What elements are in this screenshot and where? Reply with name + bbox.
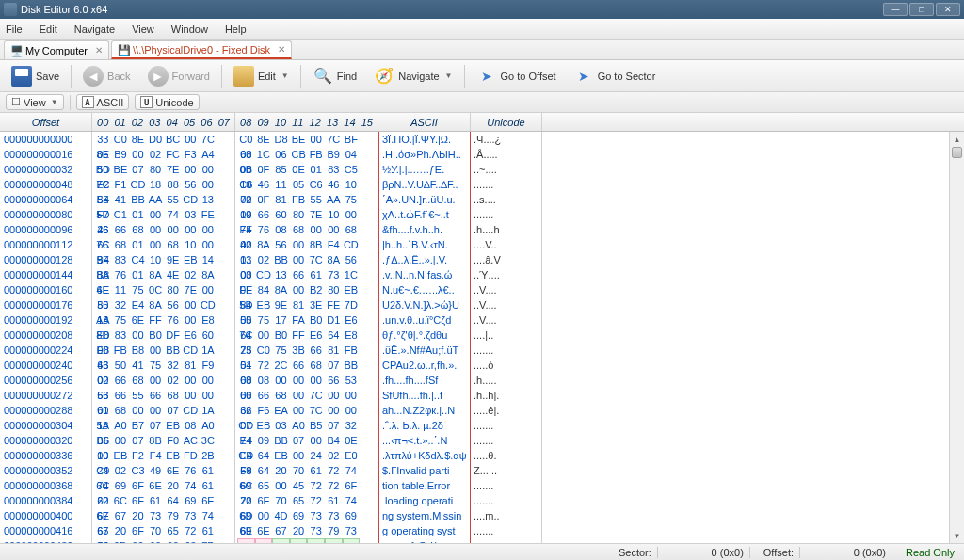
- bytes-8-15[interactable]: 0F848A00B280EB84: [235, 282, 378, 297]
- hex-body[interactable]: 00000000000033C08ED0BC007C8EC08ED8BE007C…: [0, 132, 964, 543]
- header-offset[interactable]: Offset: [0, 113, 92, 131]
- bytes-8-15[interactable]: 206F706572617469: [235, 493, 378, 508]
- header-ascii[interactable]: ASCII: [378, 113, 471, 131]
- hex-row[interactable]: 0000000001127C680100681000B4428A56008BF4…: [0, 237, 964, 252]
- bytes-0-7[interactable]: 8A76018A4E028A6E: [92, 267, 235, 282]
- hex-row[interactable]: 0000000002560066680002000066680800000066…: [0, 373, 964, 388]
- bytes-0-7[interactable]: 7C680100681000B4: [92, 237, 235, 252]
- bytes-8-15[interactable]: 7409BB0700B40ECD: [235, 433, 378, 448]
- bytes-0-7[interactable]: 6168000007CD1A5A: [92, 403, 235, 418]
- bytes-0-7[interactable]: 33C08ED0BC007C8E: [92, 132, 235, 147]
- menu-view[interactable]: View: [132, 24, 154, 35]
- hex-row[interactable]: 000000000080F7C101007403FE46106660807E10…: [0, 207, 964, 222]
- bytes-8-15[interactable]: 681C06CBFBB90400: [235, 147, 378, 162]
- bytes-8-15[interactable]: 6C65004572726F72: [235, 478, 378, 493]
- bytes-8-15[interactable]: 006668007C000066: [235, 388, 378, 403]
- menu-navigate[interactable]: Navigate: [74, 24, 115, 35]
- bytes-0-7[interactable]: B441BBAA55CD135D: [92, 192, 235, 207]
- hex-row[interactable]: 0000000001765532E48A5600CD135DEB9E813EFE…: [0, 297, 964, 312]
- navigate-button[interactable]: Navigate ▼: [368, 63, 458, 89]
- view-button[interactable]: ☐ View ▼: [6, 94, 64, 110]
- hex-row[interactable]: 00000000022400FBB800BBCD1A6623C0753B6681…: [0, 343, 964, 358]
- bytes-0-7[interactable]: 5366556668000000: [92, 388, 235, 403]
- save-button[interactable]: Save: [6, 63, 65, 89]
- hex-row[interactable]: 0000000002886168000007CD1A5A32F6EA007C00…: [0, 403, 964, 418]
- bytes-8-15[interactable]: 5DEB9E813EFE7D55: [235, 297, 378, 312]
- bytes-8-15[interactable]: C08ED8BE007CBF00: [235, 132, 378, 147]
- hex-row[interactable]: 000000000032BDBE07807E00007C0B0F850E0183…: [0, 162, 964, 177]
- bytes-0-7[interactable]: 06B90002FCF3A450: [92, 147, 235, 162]
- bytes-8-15[interactable]: 0B0F850E0183C510: [235, 162, 378, 177]
- hex-row[interactable]: 000000000240435041753281F90201722C666807…: [0, 358, 964, 373]
- bytes-0-7[interactable]: E88300B0DFE660E8: [92, 328, 235, 343]
- bytes-0-7[interactable]: 656D000000637B9A: [92, 538, 235, 543]
- tab-close-icon[interactable]: ✕: [278, 44, 285, 55]
- hex-row[interactable]: 000000000064B441BBAA55CD135D720F81FB55AA…: [0, 192, 964, 207]
- bytes-0-7[interactable]: AA756EFF7600E88D: [92, 312, 235, 328]
- hex-row[interactable]: 00000000041667206F7065726174696E67207379…: [0, 523, 964, 538]
- scroll-down-icon[interactable]: ▼: [950, 528, 964, 543]
- scroll-thumb[interactable]: [952, 147, 962, 158]
- bytes-8-15[interactable]: 32F6EA007C0000CD: [235, 403, 378, 418]
- bytes-0-7[interactable]: 2402C3496E76616C: [92, 463, 235, 478]
- bytes-8-15[interactable]: 07EB03A0B50732E4: [235, 418, 378, 433]
- hex-row[interactable]: 00000000033610EBF2F4EBFD2BC9E464EB002402…: [0, 448, 964, 463]
- edit-button[interactable]: Edit ▼: [228, 63, 295, 89]
- menu-edit[interactable]: Edit: [40, 24, 57, 35]
- bytes-8-15[interactable]: 696E672073797374: [235, 523, 378, 538]
- back-button[interactable]: ◄ Back: [77, 63, 136, 89]
- hex-row[interactable]: 000000000384206C6F6164696E67206F70657261…: [0, 493, 964, 508]
- bytes-8-15[interactable]: FF76086800006800: [235, 222, 378, 237]
- bytes-0-7[interactable]: 10EBF2F4EBFD2BC9: [92, 448, 235, 463]
- forward-button[interactable]: ► Forward: [142, 63, 216, 89]
- bytes-0-7[interactable]: 5532E48A5600CD13: [92, 297, 235, 312]
- hex-row[interactable]: 00000000036874696F6E207461626C6500457272…: [0, 478, 964, 493]
- scroll-up-icon[interactable]: ▲: [950, 132, 964, 147]
- menu-window[interactable]: Window: [171, 24, 208, 35]
- go-to-sector-button[interactable]: ➤ Go to Sector: [568, 63, 662, 89]
- bytes-0-7[interactable]: 67206F7065726174: [92, 523, 235, 538]
- scrollbar[interactable]: ▲ ▼: [949, 132, 964, 543]
- unicode-button[interactable]: U Unicode: [135, 94, 199, 110]
- bytes-8-15[interactable]: 4000492800000020: [235, 538, 378, 543]
- bytes-8-15[interactable]: C6461105C6461000: [235, 177, 378, 192]
- bytes-8-15[interactable]: E464EB002402E0F8: [235, 448, 378, 463]
- hex-row[interactable]: 00000000030418A0B707EB08A0B607EB03A0B507…: [0, 418, 964, 433]
- bytes-8-15[interactable]: 7C00B0FFE664E875: [235, 328, 378, 343]
- bytes-0-7[interactable]: F7C101007403FE46: [92, 207, 235, 222]
- bytes-0-7[interactable]: 4E11750C807E0080: [92, 282, 235, 297]
- hex-row[interactable]: 0000000003200500078BF0AC3C007409BB0700B4…: [0, 433, 964, 448]
- close-button[interactable]: ✕: [936, 3, 960, 16]
- hex-row[interactable]: 0000000000962666680000000066FF7608680000…: [0, 222, 964, 237]
- bytes-0-7[interactable]: E2F1CD1888560055: [92, 177, 235, 192]
- tab-physical-drive[interactable]: 💾 \\.\PhysicalDrive0 - Fixed Disk ✕: [111, 40, 292, 59]
- hex-row[interactable]: 000000000048E2F1CD1888560055C6461105C646…: [0, 177, 964, 192]
- find-button[interactable]: Find: [307, 63, 362, 89]
- bytes-8-15[interactable]: 6808000000665366: [235, 373, 378, 388]
- bytes-0-7[interactable]: 0066680002000066: [92, 373, 235, 388]
- bytes-8-15[interactable]: 428A56008BF4CD13: [235, 237, 378, 252]
- ascii-button[interactable]: A ASCII: [76, 94, 130, 110]
- hex-row[interactable]: 0000000001604E11750C807E00800F848A00B280…: [0, 282, 964, 297]
- hex-row[interactable]: 000000000208E88300B0DFE660E87C00B0FFE664…: [0, 328, 964, 343]
- bytes-8-15[interactable]: 03CD136661731CFE: [235, 267, 378, 282]
- hex-row[interactable]: 000000000192AA756EFF7600E88D007517FAB0D1…: [0, 312, 964, 328]
- bytes-0-7[interactable]: 0500078BF0AC3C00: [92, 433, 235, 448]
- bytes-0-7[interactable]: 9F83C4109EEB14B8: [92, 252, 235, 267]
- go-to-offset-button[interactable]: ➤ Go to Offset: [471, 63, 562, 89]
- bytes-8-15[interactable]: 106660807E100074: [235, 207, 378, 222]
- bytes-0-7[interactable]: 2666680000000066: [92, 222, 235, 237]
- hex-row[interactable]: 00000000001606B90002FCF3A450681C06CBFBB9…: [0, 147, 964, 162]
- menu-help[interactable]: Help: [225, 24, 247, 35]
- hex-row[interactable]: 0000000002725366556668000000006668007C00…: [0, 388, 964, 403]
- bytes-8-15[interactable]: 6D004D697373696E: [235, 508, 378, 523]
- bytes-8-15[interactable]: 23C0753B6681FB54: [235, 343, 378, 358]
- minimize-button[interactable]: —: [883, 3, 908, 16]
- bytes-8-15[interactable]: 007517FAB0D1E664: [235, 312, 378, 328]
- bytes-8-15[interactable]: 0102BB007C8A5600: [235, 252, 378, 267]
- header-unicode[interactable]: Unicode: [471, 113, 542, 131]
- bytes-0-7[interactable]: 74696F6E20746162: [92, 478, 235, 493]
- menu-file[interactable]: File: [6, 24, 23, 35]
- hex-row[interactable]: 0000000004006E672073797374656D004D697373…: [0, 508, 964, 523]
- bytes-0-7[interactable]: 00FBB800BBCD1A66: [92, 343, 235, 358]
